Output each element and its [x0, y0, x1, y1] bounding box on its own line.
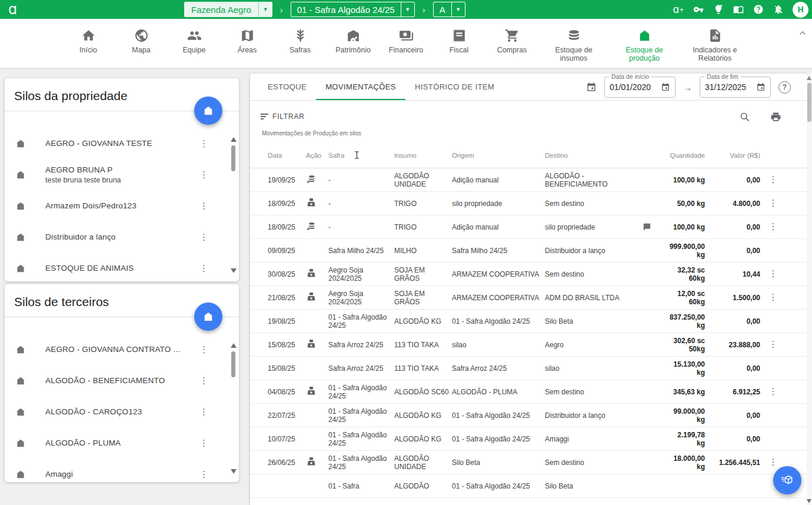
aegro-logo-icon[interactable]: ɑ — [8, 1, 17, 18]
silo-name: AEGRO - GIOVANNA TESTE — [45, 139, 152, 148]
silo-list-item[interactable]: ESTOQUE DE ANIMAIS ⋮ — [5, 252, 239, 284]
new-movement-button[interactable] — [773, 466, 801, 494]
table-row[interactable]: 18/09/25 - TRIGO Adição manual silo prop… — [250, 215, 807, 239]
add-silo-button[interactable] — [194, 303, 222, 331]
aegro-plus-icon[interactable]: ɑ+ — [673, 4, 684, 15]
silo-list-item[interactable]: AEGRO - GIOVANNA TESTE ⋮ — [5, 128, 239, 159]
date-start-field[interactable]: Data de início 01/01/2020 — [604, 77, 675, 98]
nav-item-fiscal[interactable]: Fiscal — [441, 26, 477, 62]
scroll-down-icon[interactable] — [231, 268, 237, 273]
tab-movimentacoes[interactable]: MOVIMENTAÇÕES — [316, 74, 405, 100]
silo-list-item[interactable]: ALGODÃO - BENEFICIAMENTO ⋮ — [5, 365, 239, 396]
nav-item-mapa[interactable]: Mapa — [123, 26, 159, 62]
nav-item-inicio[interactable]: Início — [70, 26, 107, 62]
scroll-up-icon[interactable] — [231, 343, 237, 348]
scrollbar-thumb[interactable] — [231, 145, 235, 171]
tab-historico-de-item[interactable]: HISTÓRICO DE ITEM — [405, 74, 504, 100]
calendar-icon[interactable] — [756, 82, 766, 92]
item-menu-icon[interactable]: ⋮ — [199, 439, 208, 447]
add-silo-button[interactable] — [194, 97, 222, 125]
scroll-up-icon[interactable] — [231, 137, 237, 142]
table-row[interactable]: 26/06/25 01 - Safra Algodão 24/25 ALGODÃ… — [250, 451, 807, 474]
search-icon[interactable] — [739, 111, 750, 122]
table-row[interactable]: 09/09/25 Safra Milho 24/25 MILHO Safra M… — [250, 239, 807, 263]
scroll-down-icon[interactable] — [807, 499, 811, 503]
key-icon[interactable] — [693, 4, 704, 15]
nav-item-compras[interactable]: Compras — [494, 26, 530, 62]
silo-list-item[interactable]: AEGRO - GIOVANNA CONTRATO ... ⋮ — [5, 334, 239, 365]
date-start-value[interactable]: 01/01/2020 — [610, 82, 661, 92]
help-icon[interactable] — [753, 4, 764, 15]
nav-item-equipe[interactable]: Equipe — [176, 26, 212, 62]
row-menu-icon[interactable]: ⋮ — [769, 386, 778, 396]
nav-item-financeiro[interactable]: Financeiro — [388, 26, 424, 62]
farm-selector[interactable]: Fazenda Aegro ▼ — [184, 2, 272, 17]
calendar-icon[interactable] — [586, 82, 597, 92]
item-menu-icon[interactable]: ⋮ — [199, 377, 208, 385]
item-menu-icon[interactable]: ⋮ — [199, 408, 208, 416]
scrollbar-thumb[interactable] — [231, 351, 235, 377]
chevron-down-icon[interactable]: ▼ — [451, 2, 465, 16]
page-scrollbar[interactable] — [807, 74, 812, 505]
row-menu-icon[interactable]: ⋮ — [769, 457, 778, 467]
chevron-down-icon[interactable]: ▼ — [401, 2, 414, 16]
item-menu-icon[interactable]: ⋮ — [199, 233, 208, 241]
row-menu-icon[interactable]: ⋮ — [769, 268, 778, 278]
silo-list-item[interactable]: ALGODÃO - PLUMA ⋮ — [5, 427, 239, 459]
plot-selector[interactable]: A ▼ — [433, 2, 465, 17]
row-menu-icon[interactable]: ⋮ — [769, 292, 778, 302]
row-menu-icon[interactable]: ⋮ — [769, 198, 778, 208]
date-end-value[interactable]: 31/12/2025 — [705, 82, 756, 92]
lightbulb-plus-icon[interactable] — [713, 4, 724, 15]
table-row[interactable]: 04/08/25 01 - Safra Algodão 24/25 ALGODÃ… — [250, 380, 807, 404]
nav-item-patrimonio[interactable]: Patrimônio — [335, 26, 371, 62]
list-scrollbar[interactable] — [230, 137, 237, 273]
table-row[interactable]: 22/07/25 01 - Safra Algodão 24/25 ALGODÃ… — [250, 404, 807, 427]
harvest-selector[interactable]: 01 - Safra Algodão 24/25 ▼ — [291, 2, 415, 17]
silo-list-item[interactable]: Amaggi ⋮ — [5, 459, 239, 490]
user-avatar[interactable]: H — [793, 2, 808, 18]
item-menu-icon[interactable]: ⋮ — [199, 345, 208, 354]
table-row[interactable]: 01 - Safra ALGODÃO 01 - Safra Algodão 24… — [250, 474, 807, 498]
item-menu-icon[interactable]: ⋮ — [199, 171, 208, 179]
row-menu-icon[interactable]: ⋮ — [769, 221, 778, 231]
date-end-field[interactable]: Data de fim 31/12/2025 — [700, 77, 771, 98]
item-menu-icon[interactable]: ⋮ — [199, 202, 208, 210]
item-menu-icon[interactable]: ⋮ — [199, 139, 208, 148]
nav-item-estoque-producao[interactable]: Estoque de produção — [617, 26, 671, 62]
collapse-nav-icon[interactable] — [798, 28, 807, 40]
book-icon[interactable] — [733, 4, 744, 15]
table-row[interactable]: 15/08/25 Safra Arroz 24/25 113 TIO TAKA … — [250, 333, 807, 357]
silo-list-item[interactable]: Armazem Dois/Pedro123 ⋮ — [5, 190, 239, 221]
scroll-down-icon[interactable] — [231, 469, 237, 474]
table-row[interactable]: 19/08/25 01 - Safra Algodão 24/25 ALGODÃ… — [250, 310, 807, 333]
list-scrollbar[interactable] — [230, 343, 237, 474]
chevron-down-icon[interactable]: ▼ — [258, 2, 272, 17]
row-menu-icon[interactable]: ⋮ — [769, 174, 778, 184]
item-menu-icon[interactable]: ⋮ — [199, 470, 208, 479]
silo-list-item[interactable]: ALGODÃO - CAROÇO123 ⋮ — [5, 396, 239, 427]
nav-item-areas[interactable]: Áreas — [229, 26, 265, 62]
table-row[interactable]: 18/09/25 - TRIGO silo propriedade Sem de… — [250, 192, 807, 215]
row-menu-icon[interactable]: ⋮ — [769, 339, 778, 349]
scrollbar-thumb[interactable] — [807, 83, 811, 122]
table-row[interactable]: 15/08/25 Safra Arroz 24/25 113 TIO TAKA … — [250, 357, 807, 380]
item-menu-icon[interactable]: ⋮ — [199, 264, 208, 273]
tab-estoque[interactable]: ESTOQUE — [258, 74, 316, 100]
nav-item-indicadores[interactable]: Indicadores e Relatórios — [688, 26, 742, 62]
nav-item-safras[interactable]: Safras — [282, 26, 318, 62]
table-row[interactable]: 30/08/25 Aegro Soja 2024/2025 SOJA EM GR… — [250, 263, 807, 286]
print-icon[interactable] — [770, 111, 781, 122]
silo-list-item[interactable]: Distribuidor a lanço ⋮ — [5, 221, 239, 252]
table-row[interactable]: 21/08/25 Aegro Soja 2024/2025 SOJA EM GR… — [250, 286, 807, 310]
note-flag-icon[interactable] — [642, 222, 652, 232]
nav-item-estoque-insumos[interactable]: Estoque de insumos — [547, 26, 601, 62]
silo-list-item[interactable]: AEGRO BRUNA P teste bruna teste bruna ⋮ — [5, 159, 239, 190]
filter-button[interactable]: FILTRAR — [261, 112, 305, 121]
calendar-icon[interactable] — [661, 82, 670, 92]
help-outline-icon[interactable]: ? — [778, 81, 791, 94]
table-row[interactable]: 10/07/25 01 - Safra Algodão 24/25 ALGODÃ… — [250, 427, 807, 451]
notifications-off-icon[interactable] — [773, 4, 784, 15]
scroll-up-icon[interactable] — [807, 76, 811, 80]
table-row[interactable]: 19/09/25 - ALGODÃO UNIDADE Adição manual… — [250, 168, 807, 192]
